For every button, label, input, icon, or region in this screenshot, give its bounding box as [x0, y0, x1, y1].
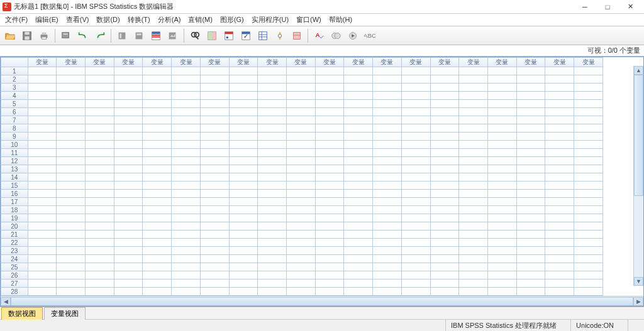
- data-cell[interactable]: [57, 173, 86, 182]
- data-cell[interactable]: [200, 67, 229, 75]
- data-cell[interactable]: [574, 108, 603, 116]
- row-header[interactable]: 29: [1, 296, 28, 296]
- data-cell[interactable]: [114, 173, 143, 182]
- data-cell[interactable]: [200, 271, 229, 279]
- data-cell[interactable]: [57, 75, 86, 84]
- data-cell[interactable]: [57, 124, 86, 133]
- data-cell[interactable]: [487, 288, 516, 296]
- data-cell[interactable]: [286, 92, 315, 100]
- data-cell[interactable]: [200, 182, 229, 190]
- row-header[interactable]: 4: [1, 92, 28, 100]
- data-cell[interactable]: [487, 133, 516, 141]
- data-cell[interactable]: [545, 133, 574, 141]
- data-cell[interactable]: [200, 84, 229, 92]
- row-header[interactable]: 25: [1, 263, 28, 271]
- data-cell[interactable]: [315, 288, 344, 296]
- menu-direct[interactable]: 直销(M): [184, 14, 216, 26]
- data-cell[interactable]: [172, 239, 201, 247]
- data-cell[interactable]: [258, 190, 287, 198]
- data-cell[interactable]: [315, 133, 344, 141]
- data-cell[interactable]: [574, 255, 603, 263]
- data-cell[interactable]: [459, 108, 488, 116]
- data-cell[interactable]: [172, 231, 201, 239]
- data-cell[interactable]: [86, 198, 114, 206]
- data-cell[interactable]: [574, 100, 603, 108]
- data-cell[interactable]: [57, 182, 86, 190]
- data-cell[interactable]: [459, 198, 488, 206]
- data-cell[interactable]: [430, 214, 459, 222]
- data-cell[interactable]: [516, 239, 545, 247]
- data-cell[interactable]: [86, 141, 114, 149]
- data-cell[interactable]: [114, 182, 143, 190]
- data-cell[interactable]: [315, 108, 344, 116]
- data-cell[interactable]: [143, 157, 172, 165]
- data-cell[interactable]: [258, 157, 287, 165]
- data-cell[interactable]: [401, 214, 430, 222]
- data-cell[interactable]: [487, 263, 516, 271]
- data-cell[interactable]: [516, 296, 545, 296]
- data-cell[interactable]: [200, 141, 229, 149]
- row-header[interactable]: 20: [1, 222, 28, 231]
- spell-check-icon[interactable]: A: [311, 28, 326, 43]
- data-cell[interactable]: [459, 116, 488, 124]
- row-header[interactable]: 28: [1, 288, 28, 296]
- data-cell[interactable]: [172, 149, 201, 157]
- data-cell[interactable]: [200, 222, 229, 231]
- data-cell[interactable]: [373, 108, 402, 116]
- data-cell[interactable]: [459, 288, 488, 296]
- data-cell[interactable]: [229, 239, 258, 247]
- data-cell[interactable]: [286, 239, 315, 247]
- customize-toolbar-icon[interactable]: [328, 28, 343, 43]
- redo-icon[interactable]: [92, 28, 108, 43]
- data-cell[interactable]: [114, 165, 143, 173]
- data-cell[interactable]: [545, 296, 574, 296]
- row-header[interactable]: 12: [1, 157, 28, 165]
- data-cell[interactable]: [200, 296, 229, 296]
- data-cell[interactable]: [516, 255, 545, 263]
- data-cell[interactable]: [28, 263, 57, 271]
- data-cell[interactable]: [373, 190, 402, 198]
- data-cell[interactable]: [28, 75, 57, 84]
- data-cell[interactable]: [57, 247, 86, 255]
- row-header[interactable]: 24: [1, 255, 28, 263]
- data-cell[interactable]: [57, 116, 86, 124]
- data-cell[interactable]: [459, 149, 488, 157]
- data-cell[interactable]: [57, 165, 86, 173]
- data-cell[interactable]: [200, 239, 229, 247]
- column-header[interactable]: 变量: [430, 58, 459, 67]
- data-cell[interactable]: [258, 92, 287, 100]
- data-cell[interactable]: [229, 75, 258, 84]
- data-cell[interactable]: [229, 288, 258, 296]
- data-cell[interactable]: [574, 206, 603, 214]
- data-cell[interactable]: [430, 124, 459, 133]
- data-cell[interactable]: [200, 108, 229, 116]
- data-cell[interactable]: [172, 247, 201, 255]
- data-cell[interactable]: [86, 182, 114, 190]
- row-header[interactable]: 1: [1, 67, 28, 75]
- data-cell[interactable]: [545, 271, 574, 279]
- column-header[interactable]: 变量: [516, 58, 545, 67]
- data-cell[interactable]: [86, 165, 114, 173]
- data-cell[interactable]: [545, 255, 574, 263]
- data-cell[interactable]: [229, 190, 258, 198]
- data-cell[interactable]: [344, 288, 373, 296]
- data-cell[interactable]: [315, 279, 344, 288]
- menu-edit[interactable]: 编辑(E): [31, 14, 62, 26]
- data-cell[interactable]: [516, 214, 545, 222]
- data-cell[interactable]: [344, 271, 373, 279]
- data-cell[interactable]: [401, 206, 430, 214]
- data-cell[interactable]: [344, 247, 373, 255]
- data-cell[interactable]: [315, 75, 344, 84]
- data-cell[interactable]: [86, 124, 114, 133]
- data-cell[interactable]: [430, 222, 459, 231]
- data-cell[interactable]: [172, 263, 201, 271]
- data-cell[interactable]: [516, 206, 545, 214]
- data-cell[interactable]: [487, 157, 516, 165]
- data-cell[interactable]: [344, 255, 373, 263]
- data-cell[interactable]: [516, 165, 545, 173]
- data-cell[interactable]: [258, 296, 287, 296]
- data-cell[interactable]: [401, 108, 430, 116]
- data-cell[interactable]: [315, 182, 344, 190]
- data-cell[interactable]: [28, 133, 57, 141]
- data-cell[interactable]: [286, 279, 315, 288]
